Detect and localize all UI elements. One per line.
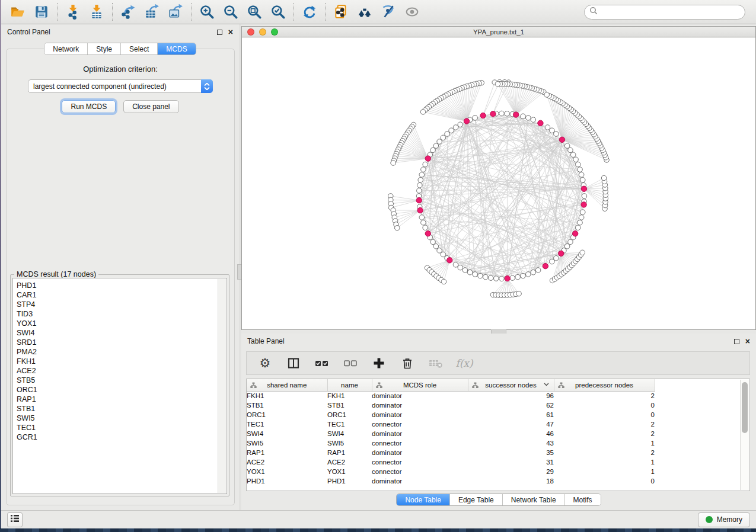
- zoom-in-button[interactable]: [195, 2, 219, 22]
- table-row[interactable]: RAP1RAP1dominator352: [247, 448, 655, 457]
- node-table[interactable]: shared namenameMCDS rolesuccessor nodesp…: [246, 379, 750, 491]
- tab-edge-table[interactable]: Edge Table: [449, 494, 502, 505]
- attribute-icon: [250, 382, 257, 389]
- table-row[interactable]: ORC1ORC1dominator610: [247, 410, 655, 419]
- mcds-result-item[interactable]: SWI4: [17, 328, 227, 338]
- task-history-button[interactable]: [7, 512, 23, 527]
- mcds-result-item[interactable]: PHD1: [17, 281, 227, 290]
- mcds-result-item[interactable]: GCR1: [17, 432, 227, 442]
- desktop-wallpaper-bottom: [0, 528, 756, 532]
- table-row[interactable]: ACE2ACE2connector311: [247, 457, 655, 467]
- cell-predecessor-nodes: 1: [554, 438, 655, 448]
- cytoscape-window: Control Panel × NetworkStyleSelectMCDS O…: [1, 0, 756, 528]
- table-scrollbar[interactable]: [740, 380, 749, 490]
- network-canvas[interactable]: [242, 38, 755, 329]
- table-row[interactable]: STB1STB1dominator620: [247, 400, 655, 410]
- hide-graphics-details-button[interactable]: [377, 2, 400, 22]
- zoom-selected-icon: [270, 4, 286, 20]
- zoom-fit-button[interactable]: [243, 2, 266, 22]
- select-stepper-icon: [201, 79, 213, 93]
- column-header-successor-nodes[interactable]: successor nodes: [468, 379, 554, 391]
- tab-motifs[interactable]: Motifs: [564, 494, 601, 505]
- cell-successor-nodes: 43: [468, 438, 554, 448]
- memory-button[interactable]: Memory: [698, 512, 750, 527]
- network-view-titlebar[interactable]: YPA_prune.txt_1: [242, 27, 755, 37]
- column-selector-icon[interactable]: [286, 355, 301, 371]
- mcds-result-item[interactable]: RAP1: [17, 395, 227, 404]
- close-panel-icon[interactable]: ×: [228, 29, 233, 35]
- cell-shared-name: FKH1: [247, 391, 327, 400]
- show-graphics-details-button[interactable]: [400, 2, 424, 22]
- mcds-result-item[interactable]: TEC1: [17, 423, 227, 432]
- export-table-button[interactable]: [140, 2, 164, 22]
- mcds-result-item[interactable]: STB1: [17, 404, 227, 414]
- column-header-predecessor-nodes[interactable]: predecessor nodes: [554, 379, 655, 391]
- refresh-button[interactable]: [298, 2, 321, 22]
- close-table-panel-icon[interactable]: ×: [745, 338, 750, 344]
- table-row[interactable]: TEC1TEC1connector472: [247, 419, 655, 429]
- export-network-to-web-button[interactable]: [329, 2, 353, 22]
- float-panel-icon[interactable]: [217, 30, 222, 35]
- add-row-icon[interactable]: [371, 355, 387, 371]
- tab-network-table[interactable]: Network Table: [502, 494, 564, 505]
- control-panel-titlebar: Control Panel ×: [1, 24, 239, 40]
- mcds-list-scrollbar[interactable]: [218, 279, 226, 493]
- optimization-criterion-select[interactable]: largest connected component (undirected): [28, 79, 213, 93]
- table-row[interactable]: SWI4SWI4dominator462: [247, 429, 655, 438]
- mcds-result-item[interactable]: SRD1: [17, 338, 227, 347]
- export-network-button[interactable]: [116, 2, 140, 22]
- settings-icon[interactable]: ⚙: [257, 355, 273, 371]
- mcds-result-item[interactable]: YOX1: [17, 319, 227, 328]
- run-mcds-button[interactable]: Run MCDS: [62, 100, 116, 113]
- deselect-all-icon[interactable]: [343, 355, 358, 371]
- export-network-to-web-icon: [333, 4, 349, 20]
- mcds-result-item[interactable]: PMA2: [17, 347, 227, 357]
- close-window-icon[interactable]: [247, 28, 254, 36]
- maximize-window-icon[interactable]: [271, 28, 278, 36]
- open-session-button[interactable]: [6, 2, 30, 22]
- tab-style[interactable]: Style: [87, 43, 120, 55]
- control-panel: Control Panel × NetworkStyleSelectMCDS O…: [1, 24, 239, 510]
- column-header-MCDS-role[interactable]: MCDS role: [372, 379, 468, 391]
- table-row[interactable]: YOX1YOX1connector291: [247, 467, 655, 476]
- tab-select[interactable]: Select: [120, 43, 157, 55]
- zoom-out-button[interactable]: [219, 2, 243, 22]
- table-row[interactable]: SWI5SWI5connector431: [247, 438, 655, 448]
- column-header-shared-name[interactable]: shared name: [247, 379, 327, 391]
- import-network-button[interactable]: [61, 2, 85, 22]
- export-image-button[interactable]: [164, 2, 187, 22]
- mcds-result-item[interactable]: STB5: [17, 376, 227, 385]
- delete-row-icon[interactable]: [400, 355, 415, 371]
- zoom-selected-button[interactable]: [266, 2, 290, 22]
- mcds-result-item[interactable]: ACE2: [17, 366, 227, 376]
- tab-network[interactable]: Network: [44, 43, 87, 55]
- memory-label: Memory: [717, 515, 742, 524]
- tab-node-table[interactable]: Node Table: [397, 494, 449, 505]
- mcds-result-title: MCDS result (17 nodes): [14, 270, 98, 278]
- cell-predecessor-nodes: 0: [554, 476, 655, 486]
- import-table-button[interactable]: [85, 2, 109, 22]
- mcds-result-item[interactable]: TID3: [17, 309, 227, 319]
- network-graph[interactable]: [242, 38, 755, 329]
- mcds-result-item[interactable]: SWI5: [17, 414, 227, 423]
- save-session-button[interactable]: [30, 2, 53, 22]
- mcds-result-list[interactable]: PHD1CAR1STP4TID3YOX1SWI4SRD1PMA2FKH1ACE2…: [12, 278, 227, 494]
- table-row[interactable]: PHD1PHD1dominator180: [247, 476, 655, 486]
- select-all-icon[interactable]: [314, 355, 330, 371]
- table-panel-title: Table Panel: [247, 337, 285, 345]
- minimize-window-icon[interactable]: [259, 28, 266, 36]
- mcds-result-item[interactable]: CAR1: [17, 290, 227, 300]
- search-field[interactable]: [584, 5, 745, 20]
- close-panel-button[interactable]: Close panel: [123, 100, 178, 113]
- tab-mcds[interactable]: MCDS: [157, 43, 195, 55]
- mcds-result-item[interactable]: ORC1: [17, 385, 227, 395]
- search-input[interactable]: [598, 6, 745, 18]
- zoom-fit-icon: [247, 4, 262, 20]
- mcds-result-item[interactable]: FKH1: [17, 357, 227, 366]
- float-table-panel-icon[interactable]: [734, 339, 739, 344]
- table-row[interactable]: FKH1FKH1dominator962: [247, 391, 655, 400]
- column-header-name[interactable]: name: [327, 379, 372, 391]
- table-scrollbar-thumb[interactable]: [742, 382, 748, 433]
- find-button[interactable]: [353, 2, 377, 22]
- mcds-result-item[interactable]: STP4: [17, 300, 227, 309]
